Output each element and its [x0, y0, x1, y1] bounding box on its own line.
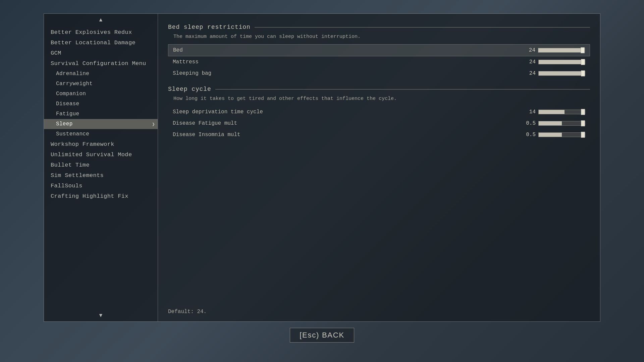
sidebar-item-sleep[interactable]: Sleep — [44, 119, 158, 129]
default-text: Default: 24. — [168, 303, 590, 315]
setting-value-bed: 24 — [522, 47, 535, 53]
sidebar-item-carryweight[interactable]: Carryweight — [44, 79, 158, 89]
sidebar-item-crafting-highlight-fix[interactable]: Crafting Highlight Fix — [44, 191, 158, 201]
slider-fill-disease-insomnia-mult — [539, 133, 562, 137]
section1-title: Bed sleep restriction — [168, 24, 251, 31]
setting-value-disease-fatigue-mult: 0.5 — [522, 120, 536, 126]
slider-track-disease-fatigue-mult[interactable] — [538, 121, 585, 126]
sidebar-item-adrenaline[interactable]: Adrenaline — [44, 69, 158, 79]
slider-fill-bed — [538, 48, 585, 52]
section2-title: Sleep cycle — [168, 86, 211, 93]
sidebar-item-sustenance[interactable]: Sustenance — [44, 129, 158, 139]
scroll-up-button[interactable]: ▲ — [44, 14, 158, 26]
slider-track-sleeping-bag[interactable] — [538, 71, 585, 76]
settings1-container: Bed24Mattress24Sleeping bag24 — [168, 44, 590, 79]
sidebar-item-better-locational-damage[interactable]: Better Locational Damage — [44, 38, 158, 48]
right-panel: Bed sleep restriction The maximum amount… — [158, 14, 600, 321]
main-panels: ▲ Better Explosives ReduxBetter Location… — [44, 13, 600, 322]
setting-row-bed[interactable]: Bed24 — [168, 44, 590, 56]
slider-track-sleep-deprivation-time-cycle[interactable] — [538, 110, 585, 114]
sidebar-item-sim-settlements[interactable]: Sim Settlements — [44, 170, 158, 181]
setting-name-sleep-deprivation-time-cycle: Sleep deprivation time cycle — [173, 109, 522, 115]
setting-value-sleeping-bag: 24 — [522, 70, 536, 76]
setting-name-bed: Bed — [173, 47, 522, 53]
slider-fill-sleeping-bag — [539, 71, 585, 75]
slider-thumb-sleep-deprivation-time-cycle — [581, 109, 585, 115]
section1-desc: The maximum amount of time you can sleep… — [168, 34, 590, 40]
sidebar-item-disease[interactable]: Disease — [44, 99, 158, 109]
setting-row-disease-insomnia-mult[interactable]: Disease Insomnia mult0.5 — [168, 129, 590, 140]
setting-name-mattress: Mattress — [173, 59, 522, 65]
settings2-container: Sleep deprivation time cycle14Disease Fa… — [168, 106, 590, 140]
setting-name-disease-fatigue-mult: Disease Fatigue mult — [173, 120, 522, 126]
slider-thumb-bed — [581, 47, 585, 53]
sidebar-item-bullet-time[interactable]: Bullet Time — [44, 160, 158, 170]
sidebar-item-survival-configuration-menu[interactable]: Survival Configuration Menu — [44, 58, 158, 69]
section2-line — [215, 89, 590, 89]
section2-header: Sleep cycle — [168, 86, 590, 93]
slider-thumb-sleeping-bag — [581, 70, 585, 76]
menu-list: Better Explosives ReduxBetter Locational… — [44, 26, 158, 309]
setting-row-disease-fatigue-mult[interactable]: Disease Fatigue mult0.5 — [168, 118, 590, 129]
sidebar-item-fatigue[interactable]: Fatigue — [44, 109, 158, 119]
setting-name-sleeping-bag: Sleeping bag — [173, 70, 522, 76]
chevron-down-icon: ▼ — [98, 312, 104, 318]
setting-value-sleep-deprivation-time-cycle: 14 — [522, 109, 536, 115]
left-panel: ▲ Better Explosives ReduxBetter Location… — [44, 14, 158, 321]
setting-name-disease-insomnia-mult: Disease Insomnia mult — [173, 132, 522, 138]
sidebar-item-companion[interactable]: Companion — [44, 89, 158, 99]
slider-fill-sleep-deprivation-time-cycle — [539, 110, 565, 114]
sidebar-item-unlimited-survival-mode[interactable]: Unlimited Survival Mode — [44, 149, 158, 160]
scroll-down-button[interactable]: ▼ — [44, 309, 158, 321]
setting-row-sleep-deprivation-time-cycle[interactable]: Sleep deprivation time cycle14 — [168, 106, 590, 118]
chevron-up-icon: ▲ — [98, 17, 104, 23]
sidebar-item-gcm[interactable]: GCM — [44, 48, 158, 58]
section1-line — [255, 27, 590, 27]
slider-thumb-disease-fatigue-mult — [581, 120, 585, 126]
setting-value-disease-insomnia-mult: 0.5 — [522, 132, 536, 138]
slider-track-mattress[interactable] — [538, 60, 585, 64]
slider-track-disease-insomnia-mult[interactable] — [538, 132, 585, 137]
section2-desc: How long it takes to get tired and other… — [168, 96, 590, 102]
sidebar-item-workshop-framework[interactable]: Workshop Framework — [44, 139, 158, 149]
slider-fill-mattress — [539, 60, 585, 64]
back-button[interactable]: [Esc) BACK — [290, 328, 354, 343]
slider-track-bed[interactable] — [538, 48, 585, 53]
slider-thumb-mattress — [581, 59, 585, 65]
ui-container: ▲ Better Explosives ReduxBetter Location… — [44, 13, 600, 349]
slider-fill-disease-fatigue-mult — [539, 121, 562, 125]
section1-header: Bed sleep restriction — [168, 24, 590, 31]
setting-row-sleeping-bag[interactable]: Sleeping bag24 — [168, 68, 590, 79]
setting-value-mattress: 24 — [522, 59, 536, 65]
slider-thumb-disease-insomnia-mult — [581, 132, 585, 138]
sidebar-item-better-explosives-redux[interactable]: Better Explosives Redux — [44, 27, 158, 38]
bottom-bar: [Esc) BACK — [44, 322, 600, 349]
sidebar-item-fallsouls[interactable]: FallSouls — [44, 181, 158, 191]
setting-row-mattress[interactable]: Mattress24 — [168, 56, 590, 68]
